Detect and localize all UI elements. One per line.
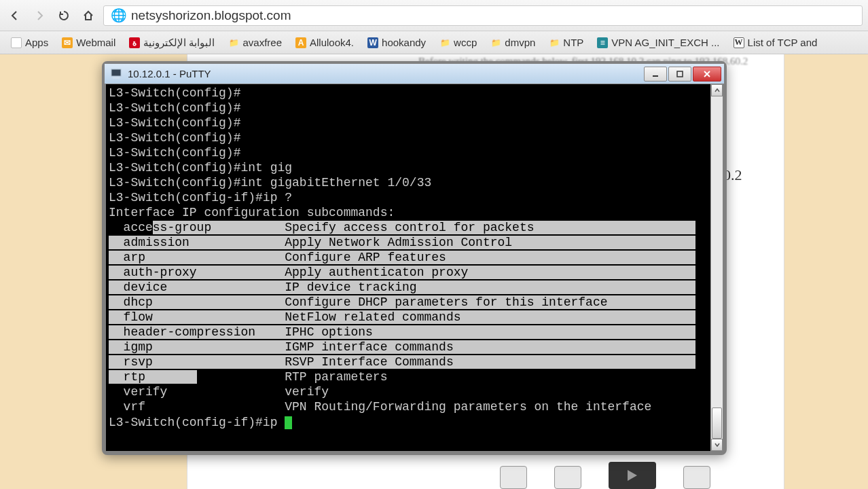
terminal-line: L3-Switch(config)#int gigabitEthernet 1/… bbox=[109, 175, 710, 190]
bookmark--[interactable]: ةالبوابة الإلكترونية bbox=[124, 35, 220, 51]
close-button[interactable] bbox=[693, 67, 721, 82]
terminal-line: L3-Switch(config)#int gig bbox=[109, 160, 710, 175]
terminal-line: Interface IP configuration subcommands: bbox=[109, 205, 710, 220]
bookmark-allulook4-[interactable]: AAllulook4. bbox=[290, 35, 359, 50]
scroll-up-button[interactable] bbox=[711, 84, 723, 96]
terminal-line: L3-Switch(config)# bbox=[109, 86, 710, 101]
terminal-line: L3-Switch(config)# bbox=[109, 145, 710, 160]
terminal-cursor bbox=[285, 416, 292, 429]
scroll-down-button[interactable] bbox=[711, 439, 723, 451]
bookmark-wccp[interactable]: 📁wccp bbox=[434, 35, 482, 50]
globe-icon: 🌐 bbox=[111, 7, 127, 23]
back-button[interactable] bbox=[5, 6, 24, 25]
bookmark-label: hookandy bbox=[382, 37, 426, 48]
browser-nav: 🌐 netsyshorizon.blogspot.com bbox=[0, 0, 868, 31]
bookmark-label: البوابة الإلكترونية bbox=[143, 37, 215, 49]
home-button[interactable] bbox=[79, 6, 98, 25]
window-controls bbox=[644, 67, 721, 82]
terminal-line: arp Configure ARP features bbox=[109, 250, 710, 265]
reload-button[interactable] bbox=[54, 6, 73, 25]
putty-titlebar[interactable]: 10.12.0.1 - PuTTY bbox=[105, 64, 724, 84]
bookmark-label: Apps bbox=[25, 37, 48, 48]
terminal-line: device IP device tracking bbox=[109, 280, 710, 295]
terminal-line: rtp RTP parameters bbox=[109, 369, 710, 384]
bookmark-icon: ✉ bbox=[62, 37, 73, 48]
terminal-line: igmp IGMP interface commands bbox=[109, 340, 710, 355]
minimize-button[interactable] bbox=[644, 67, 667, 82]
putty-title-text: 10.12.0.1 - PuTTY bbox=[128, 68, 638, 79]
bookmark-icon: W bbox=[367, 37, 378, 48]
terminal-line: L3-Switch(config)# bbox=[109, 101, 710, 115]
bookmark-vpn-ag-init-exch-[interactable]: ≡VPN AG_INIT_EXCH ... bbox=[592, 35, 725, 50]
bookmark-label: VPN AG_INIT_EXCH ... bbox=[611, 37, 719, 48]
svg-rect-0 bbox=[111, 69, 121, 76]
background-diagram bbox=[500, 455, 710, 489]
putty-icon bbox=[110, 68, 122, 80]
bookmark-hookandy[interactable]: Whookandy bbox=[362, 35, 431, 50]
bookmark-avaxfree[interactable]: 📁avaxfree bbox=[223, 35, 287, 50]
scroll-thumb[interactable] bbox=[712, 408, 722, 439]
terminal-line: auth-proxy Apply authenticaton proxy bbox=[109, 265, 710, 280]
terminal-line: header-compression IPHC options bbox=[109, 325, 710, 340]
terminal-line: verify verify bbox=[109, 384, 710, 399]
terminal-line: flow NetFlow related commands bbox=[109, 310, 710, 325]
bookmark-icon: 📁 bbox=[490, 37, 501, 48]
bookmark-icon: W bbox=[734, 37, 744, 48]
bookmark-icon: ة bbox=[129, 37, 140, 48]
bookmark-icon: 📁 bbox=[228, 37, 239, 48]
putty-terminal[interactable]: L3-Switch(config)#L3-Switch(config)#L3-S… bbox=[106, 84, 710, 451]
svg-rect-1 bbox=[113, 77, 120, 79]
url-bar[interactable]: 🌐 netsyshorizon.blogspot.com bbox=[103, 5, 863, 26]
terminal-scrollbar[interactable] bbox=[710, 84, 723, 451]
bookmark-icon: ≡ bbox=[597, 37, 608, 48]
bookmark-icon: 📁 bbox=[549, 37, 560, 48]
terminal-line: L3-Switch(config-if)#ip ? bbox=[109, 190, 710, 205]
terminal-line: rsvp RSVP Interface Commands bbox=[109, 355, 710, 369]
bookmarks-bar: Apps✉Webmailةالبوابة الإلكترونية📁avaxfre… bbox=[0, 31, 868, 54]
bookmark-label: avaxfree bbox=[242, 37, 282, 48]
bookmark-apps[interactable]: Apps bbox=[5, 35, 54, 50]
bookmark-dmvpn[interactable]: 📁dmvpn bbox=[485, 35, 541, 50]
bookmark-label: NTP bbox=[563, 37, 583, 48]
bookmark-label: Allulook4. bbox=[310, 37, 354, 48]
bookmark-label: Webmail bbox=[76, 37, 115, 48]
bookmark-list-of-tcp-and[interactable]: WList of TCP and bbox=[728, 35, 823, 50]
bookmark-icon bbox=[11, 37, 22, 48]
bookmark-webmail[interactable]: ✉Webmail bbox=[56, 35, 121, 50]
bookmark-icon: 📁 bbox=[439, 37, 450, 48]
bookmark-label: List of TCP and bbox=[748, 37, 818, 48]
maximize-button[interactable] bbox=[668, 67, 691, 82]
url-text: netsyshorizon.blogspot.com bbox=[131, 8, 291, 23]
forward-button[interactable] bbox=[30, 6, 49, 25]
bookmark-icon: A bbox=[295, 37, 306, 48]
bookmark-label: wccp bbox=[454, 37, 477, 48]
terminal-line: L3-Switch(config)# bbox=[109, 115, 710, 130]
svg-rect-3 bbox=[677, 71, 683, 77]
putty-window[interactable]: 10.12.0.1 - PuTTY L3-Switch(config)#L3-S… bbox=[102, 61, 727, 455]
terminal-line: access-group Specify access control for … bbox=[109, 220, 710, 235]
terminal-prompt[interactable]: L3-Switch(config-if)#ip bbox=[109, 414, 710, 430]
bookmark-ntp[interactable]: 📁NTP bbox=[543, 35, 589, 50]
terminal-line: admission Apply Network Admission Contro… bbox=[109, 235, 710, 250]
terminal-line: L3-Switch(config)# bbox=[109, 130, 710, 145]
terminal-line: vrf VPN Routing/Forwarding parameters on… bbox=[109, 399, 710, 414]
scroll-track[interactable] bbox=[711, 96, 723, 439]
bookmark-label: dmvpn bbox=[505, 37, 535, 48]
terminal-line: dhcp Configure DHCP parameters for this … bbox=[109, 295, 710, 310]
